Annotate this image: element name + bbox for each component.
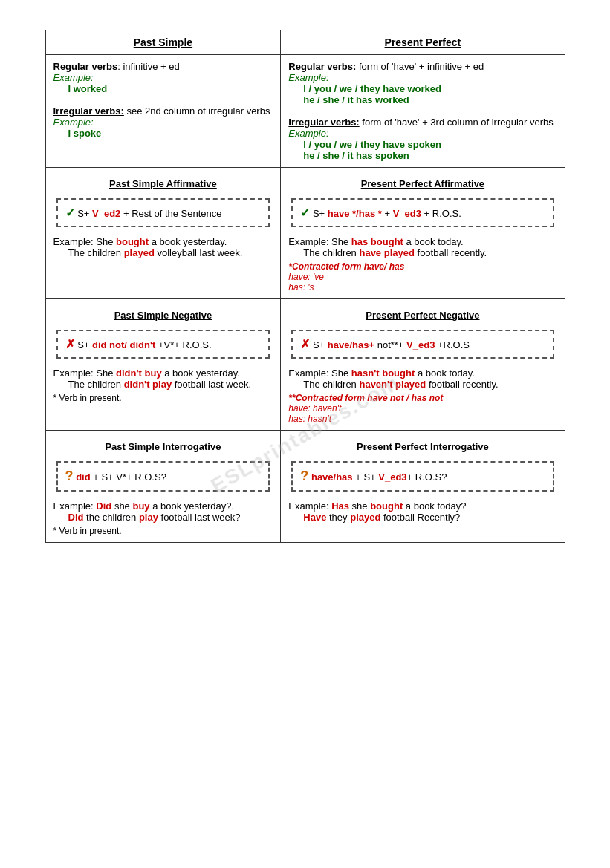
- perf-regular-example-label: Example:: [288, 72, 557, 83]
- past-affirmative-formula: S+ V_ed2 + Rest of the Sentence: [77, 208, 221, 219]
- ex2-verb: played: [124, 247, 155, 258]
- past-negative-title: Past Simple Negative: [53, 305, 273, 325]
- check-icon-aff-past: ✓: [65, 206, 75, 219]
- past-irregular: Irregular verbs: see 2nd column of irreg…: [53, 105, 273, 117]
- formula-didnot: did not/ didn't: [92, 339, 155, 350]
- past-simple-title: Past Simple: [134, 36, 192, 48]
- int2-mid: the children: [83, 512, 138, 523]
- past-aff-example2: The children played volleyball last week…: [68, 247, 273, 258]
- pex2-pre: The children: [303, 247, 359, 258]
- neg-contracted-title: **Contracted form have not / has not: [288, 393, 557, 403]
- perf-negative-title: Present Perfect Negative: [288, 305, 557, 325]
- past-regular-label: Regular verbs: [53, 61, 118, 72]
- past-regular: Regular verbs: infinitive + ed: [53, 61, 273, 72]
- contracted1: have: 've: [288, 272, 557, 282]
- perf-negative-formula: S+ have/has+ not**+ V_ed3 +R.O.S: [313, 339, 470, 350]
- perf-regular-label: Regular verbs:: [288, 61, 356, 72]
- interrogative-row: Past Simple Interrogative ? did + S+ V*+…: [45, 431, 565, 543]
- formula-havehas-int: have/has: [311, 471, 353, 483]
- pint2-verb2: played: [350, 512, 380, 523]
- contracted-title: *Contracted form have/ has: [288, 261, 557, 272]
- past-affirmative-cell: Past Simple Affirmative ✓ S+ V_ed2 + Res…: [45, 168, 281, 299]
- past-neg-example1: Example: She didn't buy a book yesterday…: [53, 368, 273, 379]
- past-regular-example-label: Example:: [53, 72, 273, 83]
- past-negative-formula-box: ✗ S+ did not/ didn't +V*+ R.O.S.: [56, 330, 270, 359]
- past-irregular-example-label: Example:: [53, 117, 273, 128]
- negative-row: Past Simple Negative ✗ S+ did not/ didn'…: [45, 299, 565, 431]
- affirmative-row: Past Simple Affirmative ✓ S+ V_ed2 + Res…: [45, 168, 565, 299]
- perf-int-example2: Have they played football Recently?: [303, 512, 557, 523]
- perf-neg-example2: The children haven't played football rec…: [303, 379, 557, 390]
- int1-verb2: buy: [132, 500, 149, 512]
- past-interrogative-formula: did + S+ V*+ R.O.S?: [76, 471, 166, 483]
- past-interrogative-formula-box: ? did + S+ V*+ R.O.S?: [56, 461, 270, 492]
- contracted2: has: 's: [288, 282, 557, 293]
- ex1-verb: bought: [116, 236, 149, 247]
- past-irregular-example: I spoke: [68, 128, 273, 139]
- perf-regular-text: form of 'have' + infinitive + ed: [356, 61, 484, 72]
- pex1-verb: has bought: [351, 236, 403, 247]
- pex1-post: a book today.: [403, 236, 464, 247]
- neg2-verb: didn't play: [124, 379, 172, 390]
- past-intro-cell: Regular verbs: infinitive + ed Example: …: [45, 55, 281, 168]
- neg1-verb: didn't buy: [116, 368, 162, 379]
- neg-contracted1: have: haven't: [288, 403, 557, 414]
- past-int-example2: Did the children play football last week…: [68, 512, 273, 523]
- perf-irregular: Irregular verbs: form of 'have' + 3rd co…: [288, 117, 557, 128]
- pint2-mid: they: [326, 512, 350, 523]
- ex2-pre: The children: [68, 247, 124, 258]
- pint1-verb2: bought: [370, 500, 403, 512]
- past-int-example1: Example: Did she buy a book yesterday?.: [53, 500, 273, 512]
- perf-affirmative-title: Present Perfect Affirmative: [288, 174, 557, 194]
- pneg1-verb: hasn't bought: [351, 368, 415, 379]
- perf-irregular-example2: he / she / it has spoken: [303, 150, 557, 161]
- ex2-post: volleyball last week.: [155, 247, 243, 258]
- intro-row: Regular verbs: infinitive + ed Example: …: [45, 55, 565, 168]
- perf-neg-example1: Example: She hasn't bought a book today.: [288, 368, 557, 379]
- perf-irregular-example-label: Example:: [288, 128, 557, 139]
- past-negative-cell: Past Simple Negative ✗ S+ did not/ didn'…: [45, 299, 281, 431]
- perf-interrogative-title: Present Perfect Interrogative: [288, 437, 557, 457]
- past-interrogative-cell: Past Simple Interrogative ? did + S+ V*+…: [45, 431, 281, 543]
- perf-regular-example2: he / she / it has worked: [303, 94, 557, 105]
- past-affirmative-formula-box: ✓ S+ V_ed2 + Rest of the Sentence: [56, 198, 270, 227]
- past-neg-verb-note: * Verb in present.: [53, 393, 273, 403]
- perf-irregular-examples: I / you / we / they have spoken he / she…: [303, 139, 557, 161]
- pint1-post: a book today?: [403, 500, 466, 512]
- int1-post: a book yesterday?.: [150, 500, 234, 512]
- pex1-pre: Example: She: [288, 236, 351, 247]
- neg2-pre: The children: [68, 379, 124, 390]
- ex1-pre: Example: She: [53, 236, 117, 247]
- past-irregular-text: see 2nd column of irregular verbs: [124, 105, 270, 117]
- question-icon-int-past: ?: [65, 469, 74, 483]
- past-aff-example1: Example: She bought a book yesterday.: [53, 236, 273, 247]
- present-perfect-header: Present Perfect: [281, 30, 565, 55]
- formula-verb: V_ed2: [92, 208, 120, 219]
- perf-int-example1: Example: Has she bought a book today?: [288, 500, 557, 512]
- past-neg-example2: The children didn't play football last w…: [68, 379, 273, 390]
- past-regular-example: I worked: [68, 83, 273, 94]
- past-negative-formula: S+ did not/ didn't +V*+ R.O.S.: [77, 339, 211, 350]
- perf-aff-example2: The children have played football recent…: [303, 247, 557, 258]
- pint1-verb: Has: [331, 500, 349, 512]
- perf-affirmative-formula-box: ✓ S+ have */has * + V_ed3 + R.O.S.: [291, 198, 554, 227]
- neg1-post: a book yesterday.: [162, 368, 240, 379]
- perf-aff-contracted: *Contracted form have/ has have: 've has…: [288, 261, 557, 293]
- cross-icon-neg-perf: ✗: [300, 338, 310, 350]
- pex2-post: football recently.: [415, 247, 487, 258]
- perf-regular: Regular verbs: form of 'have' + infiniti…: [288, 61, 557, 72]
- pneg1-pre: Example: She: [288, 368, 351, 379]
- perf-affirmative-cell: Present Perfect Affirmative ✓ S+ have */…: [281, 168, 565, 299]
- perf-negative-cell: Present Perfect Negative ✗ S+ have/has+ …: [281, 299, 565, 431]
- perf-irregular-text: form of 'have' + 3rd column of irregular…: [360, 117, 554, 128]
- check-icon-aff-perf: ✓: [300, 206, 310, 219]
- perf-interrogative-cell: Present Perfect Interrogative ? have/has…: [281, 431, 565, 543]
- pint1-mid: she: [349, 500, 370, 512]
- perf-negative-formula-box: ✗ S+ have/has+ not**+ V_ed3 +R.O.S: [291, 330, 554, 359]
- past-simple-header: Past Simple: [45, 30, 281, 55]
- main-table: Past Simple Present Perfect Regular verb…: [45, 30, 565, 543]
- int2-post: football last week?: [158, 512, 241, 523]
- past-affirmative-title: Past Simple Affirmative: [53, 174, 273, 194]
- perf-irregular-label: Irregular verbs:: [288, 117, 359, 128]
- formula-ved3: V_ed3: [393, 208, 421, 219]
